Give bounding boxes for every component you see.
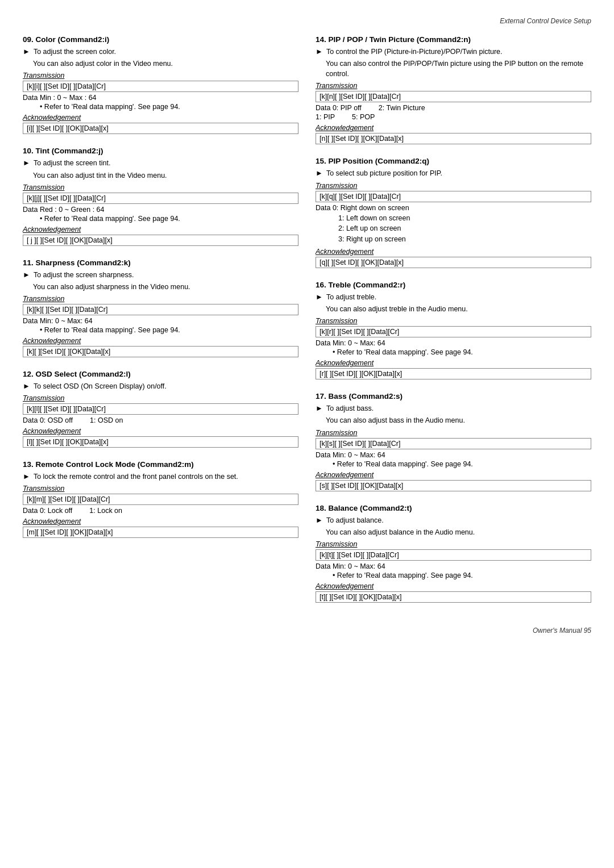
section-14-data-left: Data 0: PIP off	[316, 104, 362, 112]
section-13-ack-label: Acknowledgement	[23, 518, 298, 525]
section-09-transmission-code: [k][i][ ][Set ID][ ][Data][Cr]	[23, 81, 298, 92]
section-17-bullet: ►To adjust bass.	[316, 403, 591, 414]
section-17-transmission-code: [k][s][ ][Set ID][ ][Data][Cr]	[316, 438, 591, 449]
section-13-transmission-label: Transmission	[23, 485, 298, 493]
section-14: 14. PIP / POP / Twin Picture (Command2:n…	[316, 35, 591, 144]
bullet-arrow-icon: ►	[23, 471, 30, 482]
section-13-data-row: Data 0: Lock off1: Lock on	[23, 507, 298, 515]
section-18-bullet: ►To adjust balance.	[316, 515, 591, 525]
bullet-arrow-icon: ►	[23, 381, 30, 391]
bullet-arrow-icon: ►	[316, 515, 323, 525]
section-09-bullet: ►To adjust the screen color.	[23, 47, 298, 57]
section-14-sub-bullet: You can also control the PIP/POP/Twin pi…	[326, 59, 591, 79]
section-14-transmission-code: [k][n][ ][Set ID][ ][Data][Cr]	[316, 91, 591, 102]
section-09-transmission-label: Transmission	[23, 72, 298, 80]
section-15-transmission-code: [k][q][ ][Set ID][ ][Data][Cr]	[316, 191, 591, 202]
section-18-ack-label: Acknowledgement	[316, 582, 591, 590]
section-15-transmission-label: Transmission	[316, 182, 591, 190]
section-09-sub-bullet: You can also adjust color in the Video m…	[33, 59, 298, 69]
page-header: External Control Device Setup	[23, 17, 591, 25]
section-18-ack-code: [t][ ][Set ID][ ][OK][Data][x]	[316, 591, 591, 603]
section-11-data-line-0: Data Min: 0 ~ Max: 64	[23, 317, 298, 325]
section-11-transmission-label: Transmission	[23, 295, 298, 303]
section-17-data-line-0: Data Min: 0 ~ Max: 64	[316, 451, 591, 459]
section-11-note-0: • Refer to 'Real data mapping'. See page…	[40, 326, 298, 334]
bullet-arrow-icon: ►	[316, 168, 323, 178]
section-12-transmission-code: [k][l][ ][Set ID][ ][Data][Cr]	[23, 403, 298, 415]
section-10-note-0: • Refer to 'Real data mapping'. See page…	[40, 215, 298, 223]
section-14-data-row2: 1: PIP5: POP	[316, 113, 591, 121]
section-13: 13. Remote Control Lock Mode (Command2:m…	[23, 460, 298, 538]
section-09-title: 09. Color (Command2:i)	[23, 35, 298, 44]
section-18-transmission-label: Transmission	[316, 540, 591, 548]
page-footer: Owner's Manual 95	[23, 627, 591, 635]
section-10-data-line-0: Data Red : 0 ~ Green : 64	[23, 206, 298, 214]
page: External Control Device Setup 09. Color …	[0, 0, 614, 868]
section-12-data-left: Data 0: OSD off	[23, 416, 73, 424]
section-16-note-0: • Refer to 'Real data mapping'. See page…	[333, 348, 591, 356]
section-09-ack-label: Acknowledgement	[23, 114, 298, 122]
section-13-data-left: Data 0: Lock off	[23, 507, 72, 515]
section-17-ack-code: [s][ ][Set ID][ ][OK][Data][x]	[316, 480, 591, 491]
footer-text: Owner's Manual 95	[533, 627, 591, 635]
section-15-sub-line-1: 2: Left up on screen	[338, 223, 591, 234]
section-16-data-line-0: Data Min: 0 ~ Max: 64	[316, 339, 591, 347]
section-09-data-line-0: Data Min : 0 ~ Max : 64	[23, 94, 298, 102]
section-13-ack-code: [m][ ][Set ID][ ][OK][Data][x]	[23, 527, 298, 538]
section-18-transmission-code: [k][t][ ][Set ID][ ][Data][Cr]	[316, 549, 591, 561]
section-16: 16. Treble (Command2:r)►To adjust treble…	[316, 281, 591, 379]
section-15-data-line-0: Data 0: Right down on screen	[316, 204, 591, 212]
section-18: 18. Balance (Command2:t)►To adjust balan…	[316, 504, 591, 603]
section-14-data2-right: 5: POP	[352, 113, 375, 121]
section-17-ack-label: Acknowledgement	[316, 471, 591, 479]
section-12-bullet: ►To select OSD (On Screen Display) on/of…	[23, 381, 298, 391]
section-10-transmission-label: Transmission	[23, 183, 298, 191]
section-14-data2-left: 1: PIP	[316, 113, 335, 121]
section-14-data-right: 2: Twin Picture	[379, 104, 425, 112]
section-10: 10. Tint (Command2:j)►To adjust the scre…	[23, 147, 298, 245]
section-15-ack-label: Acknowledgement	[316, 248, 591, 256]
section-14-ack-code: [n][ ][Set ID][ ][OK][Data][x]	[316, 133, 591, 144]
bullet-arrow-icon: ►	[316, 292, 323, 302]
section-11-sub-bullet: You can also adjust sharpness in the Vid…	[33, 282, 298, 292]
section-09-note-0: • Refer to 'Real data mapping'. See page…	[40, 103, 298, 111]
section-12-transmission-label: Transmission	[23, 394, 298, 402]
section-13-bullet: ►To lock the remote control and the fron…	[23, 471, 298, 482]
section-15-sub-line-0: 1: Left down on screen	[338, 213, 591, 224]
section-10-sub-bullet: You can also adjust tint in the Video me…	[33, 170, 298, 181]
section-14-data-row: Data 0: PIP off2: Twin Picture	[316, 104, 591, 112]
section-16-transmission-label: Transmission	[316, 317, 591, 325]
section-16-sub-bullet: You can also adjust treble in the Audio …	[326, 304, 591, 314]
section-15-ack-code: [q][ ][Set ID][ ][OK][Data][x]	[316, 257, 591, 268]
section-12-title: 12. OSD Select (Command2:l)	[23, 370, 298, 378]
section-11-transmission-code: [k][k][ ][Set ID][ ][Data][Cr]	[23, 304, 298, 315]
section-10-ack-label: Acknowledgement	[23, 226, 298, 233]
section-09-ack-code: [i][ ][Set ID][ ][OK][Data][x]	[23, 123, 298, 134]
bullet-arrow-icon: ►	[23, 47, 30, 57]
left-column: 09. Color (Command2:i)►To adjust the scr…	[23, 35, 298, 615]
section-11: 11. Sharpness (Command2:k)►To adjust the…	[23, 258, 298, 357]
section-18-data-line-0: Data Min: 0 ~ Max: 64	[316, 562, 591, 570]
section-17: 17. Bass (Command2:s)►To adjust bass.You…	[316, 392, 591, 491]
section-14-transmission-label: Transmission	[316, 82, 591, 90]
right-column: 14. PIP / POP / Twin Picture (Command2:n…	[316, 35, 591, 615]
section-13-transmission-code: [k][m][ ][Set ID][ ][Data][Cr]	[23, 494, 298, 505]
section-12-ack-code: [l][ ][Set ID][ ][OK][Data][x]	[23, 436, 298, 448]
section-12-ack-label: Acknowledgement	[23, 427, 298, 435]
section-17-title: 17. Bass (Command2:s)	[316, 392, 591, 400]
section-12-data-right: 1: OSD on	[90, 416, 123, 424]
section-15-data-sub-lines: 1: Left down on screen2: Left up on scre…	[338, 213, 591, 245]
section-11-title: 11. Sharpness (Command2:k)	[23, 258, 298, 267]
header-title: External Control Device Setup	[500, 17, 591, 25]
section-17-sub-bullet: You can also adjust bass in the Audio me…	[326, 415, 591, 425]
bullet-arrow-icon: ►	[23, 158, 30, 168]
section-14-ack-label: Acknowledgement	[316, 124, 591, 132]
section-18-title: 18. Balance (Command2:t)	[316, 504, 591, 512]
section-15-sub-line-2: 3: Right up on screen	[338, 234, 591, 245]
section-12: 12. OSD Select (Command2:l)►To select OS…	[23, 370, 298, 448]
section-11-bullet: ►To adjust the screen sharpness.	[23, 270, 298, 280]
section-18-sub-bullet: You can also adjust balance in the Audio…	[326, 527, 591, 537]
section-12-data-row: Data 0: OSD off1: OSD on	[23, 416, 298, 424]
section-15-title: 15. PIP Position (Command2:q)	[316, 157, 591, 165]
section-18-note-0: • Refer to 'Real data mapping'. See page…	[333, 571, 591, 579]
